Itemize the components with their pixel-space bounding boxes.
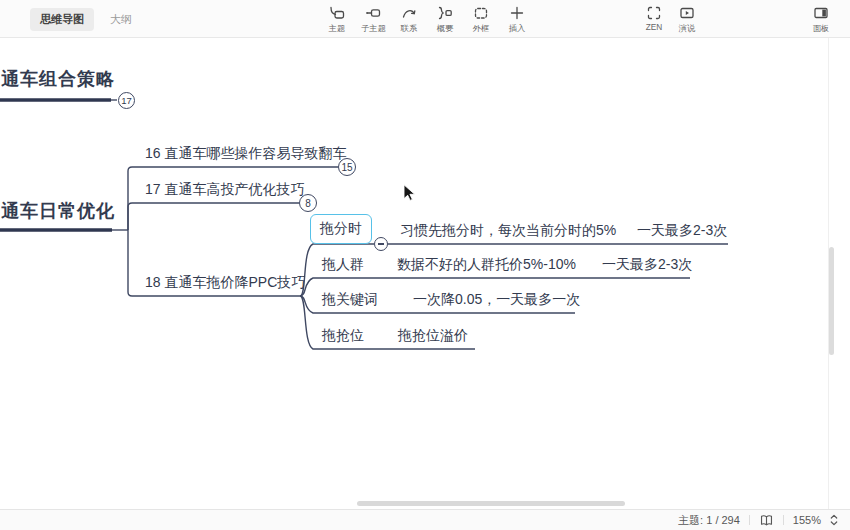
relation-icon: [401, 5, 417, 21]
view-tabs: 思维导图 大纲: [30, 0, 132, 38]
tool-relation[interactable]: 联系: [394, 5, 424, 35]
detail-node[interactable]: 一次降0.05，一天最多一次: [413, 291, 580, 309]
tool-topic[interactable]: 主题: [322, 5, 352, 35]
collapse-badge[interactable]: 8: [299, 194, 317, 212]
topic-icon: [329, 5, 345, 21]
detail-node[interactable]: 习惯先拖分时，每次当前分时的5%: [400, 222, 616, 240]
edit-tools: 主题 子主题 联系 概要: [322, 5, 532, 35]
separator: [783, 515, 784, 525]
detail-node[interactable]: 数据不好的人群托价5%-10%: [397, 256, 576, 274]
tool-pitch[interactable]: 演说: [672, 5, 702, 35]
collapse-badge[interactable]: 15: [338, 158, 356, 176]
insert-plus-icon: [509, 5, 525, 21]
child-node-drag-audience[interactable]: 拖人群: [322, 256, 364, 274]
status-bar: 主题: 1 / 294 155%: [0, 509, 850, 530]
boundary-icon: [473, 5, 489, 21]
tool-panel[interactable]: 面板: [806, 5, 836, 35]
tab-mindmap[interactable]: 思维导图: [30, 8, 94, 31]
side-panel-icon: [813, 5, 829, 21]
branch-node-18[interactable]: 18 直通车拖价降PPC技巧: [145, 274, 305, 292]
zen-fullscreen-icon: [646, 5, 662, 21]
tool-zen[interactable]: ZEN: [639, 5, 669, 35]
detail-node[interactable]: 一天最多2-3次: [602, 256, 692, 274]
tool-boundary[interactable]: 外框: [466, 5, 496, 35]
separator: [749, 515, 750, 525]
top-toolbar: 思维导图 大纲 主题 子主题 联系: [0, 0, 850, 38]
branch-node-16[interactable]: 16 直通车哪些操作容易导致翻车: [145, 145, 346, 163]
topic-counter: 主题: 1 / 294: [678, 513, 740, 528]
main-topic-combo-strategy[interactable]: 通车组合策略: [1, 67, 115, 91]
vertical-scrollbar-thumb[interactable]: [829, 247, 834, 355]
tool-topic-label: 主题: [329, 23, 346, 35]
selected-node-drag-dayparting[interactable]: 拖分时: [310, 214, 372, 244]
tool-relation-label: 联系: [401, 23, 418, 35]
zoom-level: 155%: [793, 514, 821, 526]
detail-node[interactable]: 拖抢位溢价: [398, 327, 468, 345]
tab-outline[interactable]: 大纲: [110, 12, 132, 27]
collapse-button[interactable]: [374, 237, 388, 251]
child-node-drag-position[interactable]: 拖抢位: [322, 327, 364, 345]
mode-tools: ZEN 演说: [639, 5, 702, 35]
presentation-play-icon: [679, 5, 695, 21]
main-topic-daily-optimization[interactable]: 通车日常优化: [1, 199, 115, 223]
child-node-drag-keywords[interactable]: 拖关键词: [322, 291, 378, 309]
tool-pitch-label: 演说: [679, 23, 696, 35]
tool-summary[interactable]: 概要: [430, 5, 460, 35]
subtopic-icon: [365, 5, 381, 21]
mindmap-canvas[interactable]: 通车组合策略 17 通车日常优化 16 直通车哪些操作容易导致翻车 15 17 …: [0, 38, 850, 509]
mouse-cursor: [403, 184, 416, 202]
overview-button[interactable]: [759, 513, 774, 528]
tool-subtopic[interactable]: 子主题: [358, 5, 388, 35]
tool-zen-label: ZEN: [646, 22, 663, 31]
tool-summary-label: 概要: [437, 23, 454, 35]
tool-panel-label: 面板: [813, 23, 830, 35]
tool-subtopic-label: 子主题: [361, 23, 386, 35]
tool-insert[interactable]: 插入: [502, 5, 532, 35]
minus-icon: [378, 243, 384, 244]
detail-node[interactable]: 一天最多2-3次: [637, 222, 727, 240]
summary-icon: [437, 5, 453, 21]
horizontal-scrollbar-thumb[interactable]: [357, 501, 625, 506]
branch-node-17[interactable]: 17 直通车高投产优化技巧: [145, 181, 304, 199]
zoom-stepper[interactable]: [830, 513, 838, 527]
tool-insert-label: 插入: [509, 23, 526, 35]
book-overview-icon: [759, 513, 774, 528]
zoom-stepper-icon: [830, 513, 838, 527]
tool-boundary-label: 外框: [473, 23, 490, 35]
collapse-badge[interactable]: 17: [118, 92, 135, 109]
